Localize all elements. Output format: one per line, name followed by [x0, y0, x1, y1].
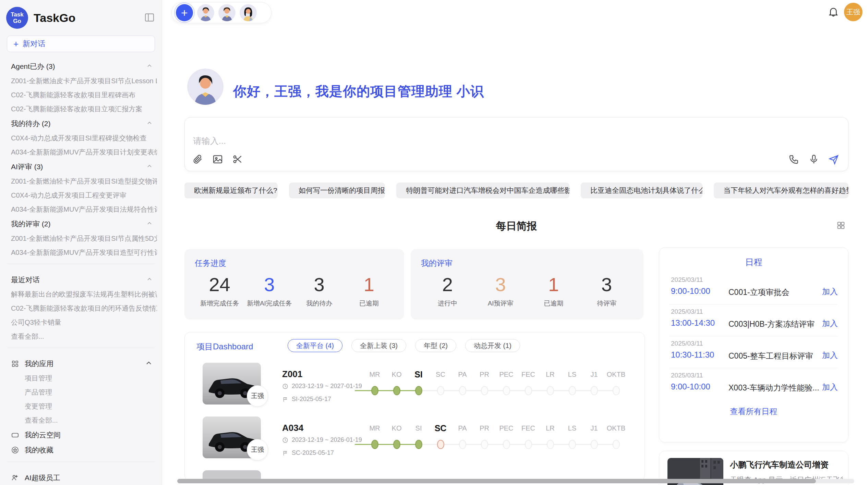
- project-row[interactable]: 王强 Z001 2023-12-19 ~ 2027-01-19 SI-2025-…: [185, 363, 644, 416]
- milestone-node: [569, 440, 576, 449]
- list-item[interactable]: Z001-全新燃油轻卡产品开发项目SI节点属性5D文件评审: [11, 232, 157, 246]
- app-window: Task Go TaskGo + 新对话 Agent已办 (3) Z001-全新…: [0, 0, 868, 485]
- input-attachments: [192, 154, 243, 165]
- notifications-bell-icon[interactable]: [826, 5, 841, 19]
- schedule-item: 2025/03/11 13:00-14:30 C003|H0B-方案冻结评审 加…: [670, 304, 838, 336]
- session-avatar[interactable]: [218, 4, 236, 21]
- star-badge-icon: [11, 446, 19, 454]
- send-icon[interactable]: [828, 154, 839, 165]
- list-item[interactable]: A034-全新新能源MUV产品开发项目计划变更表编写: [11, 145, 157, 159]
- list-item[interactable]: 解释最新出台的欧盟报废车法规再生塑料比例被调至15%...: [11, 287, 157, 301]
- suggestion-chip[interactable]: 当下年轻人对汽车外观有怎样的喜好趋势: [714, 183, 848, 198]
- paperclip-icon[interactable]: [192, 154, 203, 165]
- app-logo: Task Go: [6, 7, 28, 29]
- milestone-node: [503, 440, 510, 449]
- scissors-icon[interactable]: [232, 154, 243, 165]
- milestone-node: [547, 440, 554, 449]
- suggestion-chip[interactable]: 比亚迪全固态电池计划具体说了什么: [581, 183, 702, 198]
- join-meeting-button[interactable]: 加入: [822, 382, 838, 393]
- suggestion-chip[interactable]: 欧洲新规最近颁布了什么?: [184, 183, 278, 198]
- tab-year-model[interactable]: 年型 (2): [415, 339, 456, 352]
- sidebar-item-my-apps[interactable]: 我的应用: [11, 356, 157, 371]
- divider: [7, 462, 155, 462]
- divider: [7, 348, 155, 348]
- tab-powertrain[interactable]: 动总开发 (1): [465, 339, 520, 352]
- sidebar-item-change-mgmt[interactable]: 变更管理: [11, 399, 157, 413]
- schedule-date: 2025/03/11: [671, 340, 703, 347]
- suggestion-chips: 欧洲新规最近颁布了什么? 如何写一份清晰的项目周报 特朗普可能对进口汽车增税会对…: [184, 183, 848, 198]
- list-item[interactable]: A034-全新新能源MUV产品开发项目法规符合性评审: [11, 202, 157, 216]
- image-icon[interactable]: [212, 154, 223, 165]
- section-my-todo[interactable]: 我的待办 (2): [11, 116, 157, 131]
- chat-input[interactable]: [193, 135, 707, 152]
- logo-line1: Task: [11, 11, 24, 18]
- phone-call-icon[interactable]: [788, 154, 799, 165]
- user-avatar[interactable]: 王强: [844, 3, 863, 21]
- my-apps: 我的应用 项目管理 产品管理 变更管理 查看全部... 我的云空间 我的收藏: [0, 351, 162, 458]
- join-meeting-button[interactable]: 加入: [822, 286, 838, 297]
- suggestion-chip[interactable]: 如何写一份清晰的项目周报: [289, 183, 385, 198]
- chevron-up-icon: [146, 276, 153, 284]
- milestone-label: KO: [386, 422, 408, 434]
- session-avatar[interactable]: [240, 4, 257, 21]
- microphone-icon[interactable]: [808, 154, 819, 165]
- section-ai-review[interactable]: AI评审 (3): [11, 159, 157, 174]
- sidebar-collapse-icon[interactable]: [144, 12, 155, 24]
- section-my-review[interactable]: 我的评审 (2): [11, 216, 157, 232]
- schedule-list: 2025/03/11 9:00-10:00 C001-立项审批会 加入 2025…: [659, 273, 848, 400]
- view-all-apps[interactable]: 查看全部...: [11, 413, 157, 427]
- news-title: 小鹏飞行汽车制造公司增资: [730, 459, 829, 470]
- milestone-node: [525, 386, 532, 395]
- milestone-label-current: SC: [430, 422, 451, 434]
- list-item[interactable]: A034-全新新能源MUV产品开发项目造型可行性评审: [11, 246, 157, 260]
- session-avatar[interactable]: [197, 4, 214, 21]
- join-meeting-button[interactable]: 加入: [822, 350, 838, 361]
- sidebar-item-cloud-space[interactable]: 我的云空间: [11, 427, 157, 443]
- section-recent-chats[interactable]: 最近对话: [11, 272, 157, 287]
- horizontal-scrollbar[interactable]: [177, 479, 816, 483]
- milestone-label: LR: [539, 422, 561, 434]
- milestone-node: [415, 386, 422, 395]
- sidebar-item-ai-super-staff[interactable]: AI超级员工: [11, 470, 157, 485]
- session-switcher: +: [171, 2, 272, 23]
- people-icon: [11, 474, 19, 482]
- logo-line2: Go: [13, 18, 21, 24]
- tab-new-body[interactable]: 全新上装 (3): [351, 339, 406, 352]
- tab-new-platform[interactable]: 全新平台 (4): [288, 339, 342, 352]
- list-item[interactable]: Z001-全新燃油皮卡产品开发项目SI节点Lesson Learn报告: [11, 74, 157, 88]
- new-chat-button[interactable]: + 新对话: [7, 36, 155, 52]
- briefing-title: 每日简报: [496, 219, 537, 233]
- chevron-up-icon: [146, 163, 153, 171]
- view-all-chats[interactable]: 查看全部...: [11, 329, 157, 344]
- milestone-label: PEC: [495, 368, 517, 381]
- section-agent-done[interactable]: Agent已办 (3): [11, 59, 157, 74]
- list-item[interactable]: C02-飞腾新能源轻客改款项目立项汇报方案: [11, 102, 157, 116]
- apps-grid-icon: [11, 360, 19, 368]
- project-flag-milestone: SI-2025-05-17: [282, 396, 331, 403]
- view-all-schedule-link[interactable]: 查看所有日程: [730, 406, 777, 417]
- schedule-item: 2025/03/11 10:30-11:30 C005-整车工程目标评审 加入: [670, 336, 838, 368]
- milestone-label: OKTB: [605, 368, 627, 381]
- list-item[interactable]: 公司Q3轻卡销量: [11, 315, 157, 329]
- sidebar-item-product-mgmt[interactable]: 产品管理: [11, 385, 157, 399]
- project-dates: 2023-12-19 ~ 2026-01-19: [282, 436, 362, 444]
- schedule-meeting-title: X003-车辆动力学性能验...: [728, 383, 824, 393]
- join-meeting-button[interactable]: 加入: [822, 318, 838, 329]
- sidebar-item-project-mgmt[interactable]: 项目管理: [11, 371, 157, 385]
- project-row[interactable]: 王强 A034 2023-12-19 ~ 2026-01-19 SC-2025-…: [185, 416, 644, 470]
- project-flag-milestone: SC-2025-05-17: [282, 449, 334, 457]
- suggestion-chip[interactable]: 特朗普可能对进口汽车增税会对中国车企造成哪些影响: [396, 183, 569, 198]
- list-item[interactable]: C0X4-动力总成开发项目工程变更评审: [11, 188, 157, 202]
- milestone-label: SI: [408, 422, 430, 434]
- project-name: Z001: [282, 369, 302, 380]
- sidebar-item-favorites[interactable]: 我的收藏: [11, 443, 157, 458]
- schedule-time: 13:00-14:30: [671, 318, 715, 328]
- layout-grid-icon[interactable]: [836, 221, 846, 231]
- dashboard-title: 项目Dashboard: [196, 341, 253, 352]
- milestone-label: FEC: [517, 368, 539, 381]
- list-item[interactable]: C02-飞腾新能源轻客改款项目的闭环通告反馈情况: [11, 301, 157, 315]
- add-session-button[interactable]: +: [176, 4, 193, 21]
- list-item[interactable]: Z001-全新燃油轻卡产品开发项目SI造型提交物评审: [11, 174, 157, 188]
- list-item[interactable]: C02-飞腾新能源轻客改款项目里程碑画布: [11, 88, 157, 102]
- list-item[interactable]: C0X4-动力总成开发项目SI里程碑提交物检查: [11, 131, 157, 145]
